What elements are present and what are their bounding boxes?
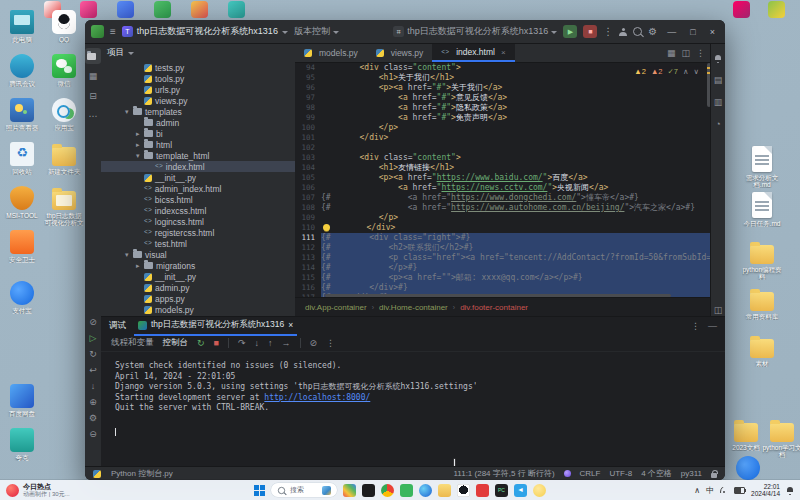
structure-icon[interactable]: ▦ [85,68,101,84]
interpreter[interactable]: py311 [681,469,702,478]
intention-bulb-icon[interactable] [323,224,330,231]
news-widget[interactable]: 今日热点 动画制作 | 30元... [0,483,118,497]
more-v-icon[interactable]: ⋮ [696,48,705,58]
step-into-icon[interactable]: ↓ [255,338,260,348]
network-icon[interactable] [720,487,728,493]
desktop-icon[interactable]: 夸克 [2,428,42,461]
code-line[interactable]: 103 <div class="content"> [295,153,711,163]
code-editor[interactable]: 94 <div class="content">95 <h1>关于我们</h1>… [295,63,711,298]
code-line[interactable]: 109 </p> [295,213,711,223]
more-actions-icon[interactable]: ⋮ [603,27,613,37]
tree-item-admin.py[interactable]: admin.py [101,282,295,293]
tree-item-indexcss.html[interactable]: <>indexcss.html [101,205,295,216]
taskbar-app-pycharm[interactable]: PC [495,484,508,497]
line-separator[interactable]: CRLF [580,469,601,478]
green-app-shortcut-icon[interactable] [154,1,171,18]
taskbar-app-palette[interactable] [343,484,356,497]
taskbar-search[interactable]: 搜索 [271,483,337,497]
stop-icon[interactable]: ■ [214,338,219,348]
code-line[interactable]: 111{# <div class="right">#} [295,233,711,243]
desktop-icon[interactable]: 微信 [44,54,84,87]
code-line[interactable]: 96 <p><a href="#">关于我们</a> [295,83,711,93]
multi-app-shortcut-2-icon[interactable] [768,1,785,18]
code-line[interactable]: 106 <a href="https://news.cctv.com/">央视新… [295,183,711,193]
desktop-icon[interactable]: 2023文档 [726,418,766,451]
pie-chart-icon[interactable]: ◔ [710,116,725,132]
resume-icon[interactable]: ▷ [85,330,101,346]
settings-gear-icon[interactable]: ⚙ [85,410,101,426]
tab-models.py[interactable]: models.py [295,44,367,62]
desktop-icon[interactable]: 回收站 [2,142,42,175]
tree-item-admin[interactable]: admin [101,117,295,128]
code-line[interactable]: 115{# <p><a href="">邮箱: xxxx@qq.com</a><… [295,273,711,283]
code-line[interactable]: 97 <a href="#">意见反馈</a> [295,93,711,103]
battery-icon[interactable] [734,487,745,494]
split-icon[interactable]: ◫ [681,48,690,58]
code-line[interactable]: 101 </div> [295,133,711,143]
taskbar-app-qq[interactable] [457,484,470,497]
indent-style[interactable]: 4 个空格 [641,468,672,479]
code-line[interactable]: 112{# <h2>联系我们</h2>#} [295,243,711,253]
code-line[interactable]: 104 <h1>友情链接</h1> [295,163,711,173]
more-h-icon[interactable]: ⋯ [85,108,101,124]
status-left[interactable]: Python 控制台.py [111,468,173,479]
tree-item-templates[interactable]: ▾templates [101,106,295,117]
stop-button[interactable]: ■ [583,25,597,38]
ime-indicator[interactable]: 中 [706,485,714,496]
inspections-widget[interactable]: ▲2 ▲2 ✓7 ∧∨ [630,66,703,77]
close-tab-icon[interactable]: × [288,320,293,330]
tree-item-views.py[interactable]: views.py [101,95,295,106]
code-line[interactable]: 105 <p><a href="https://www.baidu.com/">… [295,173,711,183]
pr-app-shortcut-icon[interactable] [733,1,750,18]
desktop-icon[interactable]: 常用资料库 [742,287,782,320]
tree-item-visual[interactable]: ▾visual [101,249,295,260]
step-out-icon[interactable]: ↑ [268,338,273,348]
scroll-end-icon[interactable]: ↓ [85,378,101,394]
taskbar-app-light[interactable] [533,484,546,497]
notifications-icon[interactable] [710,50,725,66]
breadcrumb-item[interactable]: div.Home-container [379,303,448,312]
close-button[interactable]: × [706,27,719,37]
breadcrumb-item[interactable]: div.footer-container [460,303,528,312]
tray-expand-icon[interactable]: ∧ [694,486,700,495]
user-icon[interactable] [619,28,627,36]
taskbar-app-red-app[interactable] [476,484,489,497]
tree-item-__init__.py[interactable]: __init__.py [101,271,295,282]
console-link[interactable]: http://localhost:8000/ [264,393,370,402]
windows-start-button[interactable] [254,485,265,496]
file-encoding[interactable]: UTF-8 [609,469,632,478]
lock-icon[interactable] [711,473,717,478]
blue-app-shortcut-icon[interactable] [117,1,134,18]
code-line[interactable]: 100 </p> [295,123,711,133]
mute-breakpoints-icon[interactable]: ⊘ [310,338,318,348]
vcs-widget[interactable]: 版本控制 [294,25,339,38]
tree-item-__init__.py[interactable]: __init__.py [101,172,295,183]
multi-app-shortcut-icon[interactable] [191,1,208,18]
desktop-icon[interactable]: 应用宝 [44,98,84,131]
notifications-icon[interactable] [786,487,794,494]
main-menu-icon[interactable]: ≡ [110,27,116,37]
debug-subtab-控制台[interactable]: 控制台 [163,337,189,349]
run-to-cursor-icon[interactable]: → [282,338,291,348]
structure-icon[interactable]: ▦ [667,48,676,58]
desktop-icon[interactable]: 支付宝 [2,281,42,314]
chart-icon[interactable]: ▥ [710,94,725,110]
desktop-icon[interactable] [728,456,768,482]
tree-item-test.html[interactable]: <>test.html [101,238,295,249]
desktop-icon[interactable]: python学习文档 [762,418,800,458]
taskbar-app-chrome[interactable] [381,484,394,497]
code-line[interactable]: 107{# <a href="https://www.dongchedi.com… [295,193,711,203]
taskbar-app-folder[interactable] [438,484,451,497]
tree-item-models.py[interactable]: models.py [101,304,295,315]
desktop-icon[interactable]: 素材 [742,334,782,367]
project-widget[interactable]: T thp日志数据可视化分析系统hx1316 [122,25,288,38]
code-line[interactable]: 110 </div> [295,223,711,233]
debug-subtab-线程和变量[interactable]: 线程和变量 [111,337,154,349]
debug-console[interactable]: System check identified no issues (0 sil… [107,351,725,467]
soft-wrap-icon[interactable]: ↩ [85,362,101,378]
desktop-icon[interactable]: 照片查看器 [2,98,42,131]
code-line[interactable]: 114{# </p>#} [295,263,711,273]
tree-item-urls.py[interactable]: urls.py [101,84,295,95]
rerun-icon[interactable]: ↻ [85,346,101,362]
tree-item-html[interactable]: ▸html [101,139,295,150]
